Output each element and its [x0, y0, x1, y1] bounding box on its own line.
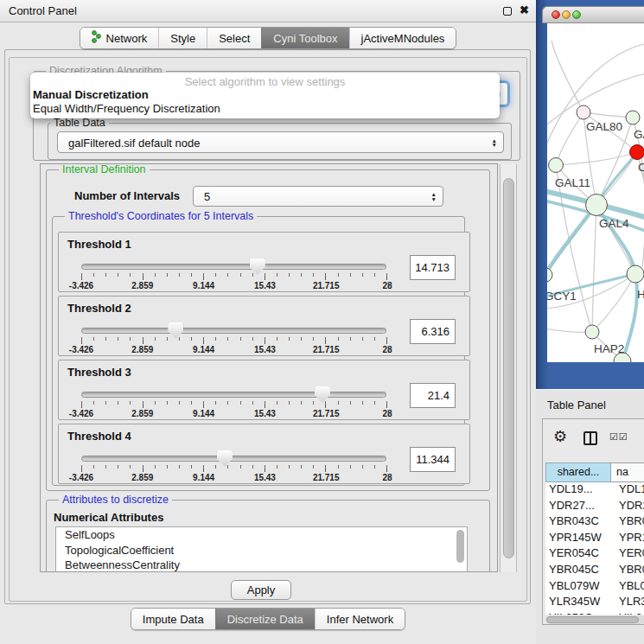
float-window-icon[interactable] — [503, 7, 512, 16]
tab-discretize-data[interactable]: Discretize Data — [215, 609, 315, 629]
table-row[interactable]: YPR145WYPR1 — [545, 531, 644, 547]
network-node-label: H — [637, 288, 644, 301]
threshold-value-field[interactable]: 6.316 — [410, 319, 456, 344]
mac-zoom-button[interactable] — [572, 10, 581, 19]
table-panel-box: ⚙ ☑☑ shared... na YDL19...YDL1YDR27...YD… — [542, 418, 644, 625]
cell-name: YLR3 — [615, 595, 644, 611]
column-layout-icon[interactable] — [583, 431, 597, 445]
network-node-top-right[interactable] — [626, 111, 640, 124]
tab-label: Infer Network — [327, 613, 393, 626]
algorithm-dropdown-popup: Select algorithm to view settings Manual… — [30, 73, 500, 118]
horizontal-scrollbar-thumb[interactable] — [546, 616, 639, 623]
network-canvas[interactable]: GAL80GACGAL11GAL4GCY1HHAP2 — [547, 23, 644, 362]
threshold-slider[interactable]: -3.4262.8599.14415.4321.71528 — [81, 451, 387, 484]
threshold-slider[interactable]: -3.4262.8599.14415.4321.71528 — [81, 259, 387, 292]
table-row[interactable]: YBR043CYBR0 — [545, 514, 644, 531]
checkbox-icons[interactable]: ☑☑ — [609, 431, 628, 443]
tick-label: 15.43 — [254, 409, 276, 418]
number-of-intervals-value: 5 — [204, 190, 210, 203]
tab-impute-data[interactable]: Impute Data — [131, 609, 215, 629]
network-node-label: HAP2 — [594, 342, 624, 355]
mac-close-button[interactable] — [552, 10, 560, 19]
number-of-intervals-combo[interactable]: 5 ▲▼ — [193, 186, 443, 207]
network-view-window: GAL80GACGAL11GAL4GCY1HHAP2 — [536, 0, 644, 389]
table-row[interactable]: YBL079WYBL0 — [545, 579, 644, 596]
combo-spinner: ▲▼ — [492, 137, 497, 147]
slider-ticks — [81, 273, 387, 280]
cell-name: YDL1 — [615, 482, 644, 499]
column-header-shared[interactable]: shared... — [545, 462, 611, 482]
table-row[interactable]: YLR345WYLR3 — [545, 595, 644, 611]
network-node-label: GAL80 — [586, 120, 622, 133]
tab-jactivemnodules[interactable]: jActiveMNodules — [349, 28, 456, 48]
table-data-combo[interactable]: galFiltered.sif default node ▲▼ — [57, 131, 504, 153]
popup-item-manual-discretization[interactable]: Manual Discretization — [30, 88, 500, 102]
mac-minimize-button[interactable] — [562, 10, 571, 19]
thresholds-group: Threshold's Coordinates for 5 Intervals … — [52, 216, 465, 486]
tick-label: 28 — [382, 345, 392, 354]
table-row[interactable]: YDR27...YDR2 — [545, 499, 644, 515]
gear-icon[interactable]: ⚙ — [553, 427, 567, 446]
vertical-scrollbar[interactable] — [500, 164, 517, 572]
column-header-name[interactable]: na — [611, 462, 644, 482]
network-node-label: GAL11 — [555, 176, 590, 189]
tick-label: -3.426 — [69, 281, 93, 290]
numerical-attribute-item[interactable]: BetweennessCentrality — [56, 558, 467, 572]
slider-track[interactable] — [81, 328, 386, 334]
slider-tick-labels: -3.4262.8599.14415.4321.71528 — [81, 409, 387, 418]
tab-cyni-toolbox[interactable]: Cyni Toolbox — [261, 28, 348, 48]
combo-spinner: ▲▼ — [431, 192, 437, 201]
node-table: shared... na YDL19...YDL1YDR27...YDR2YBR… — [545, 462, 644, 615]
network-node-gal4[interactable] — [586, 194, 608, 216]
network-edge-highlighted — [547, 205, 596, 284]
numerical-attributes-list[interactable]: SelfLoopsTopologicalCoefficientBetweenne… — [55, 526, 468, 572]
horizontal-scrollbar[interactable] — [545, 615, 644, 624]
network-edge — [592, 205, 596, 332]
slider-track[interactable] — [81, 392, 386, 398]
close-icon[interactable]: ✖ — [520, 3, 529, 16]
threshold-slider[interactable]: -3.4262.8599.14415.4321.71528 — [81, 387, 387, 420]
numerical-attribute-item[interactable]: TopologicalCoefficient — [56, 543, 467, 558]
tab-network[interactable]: Network — [80, 28, 159, 48]
table-row[interactable]: YER054CYER0 — [545, 546, 644, 563]
network-node-hap2[interactable] — [585, 325, 599, 339]
threshold-value-field[interactable]: 14.713 — [410, 255, 456, 280]
slider-track[interactable] — [81, 264, 386, 270]
network-node-red-selected[interactable] — [630, 145, 644, 160]
bottom-tabstrip: Impute Data Discretize Data Infer Networ… — [131, 608, 405, 630]
threshold-rows: Threshold 1 -3.4262.8599.14415.4321.7152… — [53, 217, 464, 485]
table-row[interactable]: YBR045CYBR0 — [545, 563, 644, 579]
cell-shared-name: YIL052C — [545, 611, 615, 615]
attributes-title: Attributes to discretize — [59, 494, 172, 507]
network-node-gal80[interactable] — [577, 105, 590, 119]
table-data-group: Table Data galFiltered.sif default node … — [48, 123, 512, 160]
slider-track[interactable] — [81, 456, 386, 462]
attributes-group: Attributes to discretize Numerical Attri… — [46, 500, 490, 572]
numerical-attribute-item[interactable]: SelfLoops — [56, 527, 467, 543]
tab-select[interactable]: Select — [207, 28, 261, 48]
table-rows: YDL19...YDL1YDR27...YDR2YBR043CYBR0YPR14… — [545, 482, 644, 615]
threshold-value-field[interactable]: 11.344 — [410, 447, 456, 472]
network-node-right-mid[interactable] — [627, 265, 644, 283]
threshold-label: Threshold 1 — [67, 238, 131, 251]
network-node-gcy1[interactable] — [547, 268, 552, 282]
network-window-titlebar[interactable] — [542, 6, 644, 23]
tab-infer-network[interactable]: Infer Network — [315, 609, 405, 629]
network-edge — [583, 112, 633, 118]
tab-style[interactable]: Style — [158, 28, 207, 48]
tick-label: 15.43 — [254, 345, 276, 354]
tick-label: 2.859 — [131, 281, 153, 290]
app-root: Control Panel ✖ Network Style Select Cyn… — [0, 0, 644, 644]
threshold-slider[interactable]: -3.4262.8599.14415.4321.71528 — [81, 323, 387, 356]
table-row[interactable]: YIL052CYIL0 — [545, 611, 644, 615]
list-scrollbar-thumb[interactable] — [456, 530, 464, 563]
vertical-scrollbar-thumb[interactable] — [503, 178, 514, 558]
tick-label: 28 — [382, 473, 392, 482]
popup-header: Select algorithm to view settings — [30, 73, 500, 88]
table-row[interactable]: YDL19...YDL1 — [545, 482, 644, 499]
table-panel-title: Table Panel — [547, 399, 606, 411]
apply-button[interactable]: Apply — [231, 580, 291, 600]
popup-item-equal-width-frequency[interactable]: Equal Width/Frequency Discretization — [30, 102, 500, 116]
threshold-value-field[interactable]: 21.4 — [410, 383, 456, 408]
network-node-gal11[interactable] — [549, 158, 564, 173]
